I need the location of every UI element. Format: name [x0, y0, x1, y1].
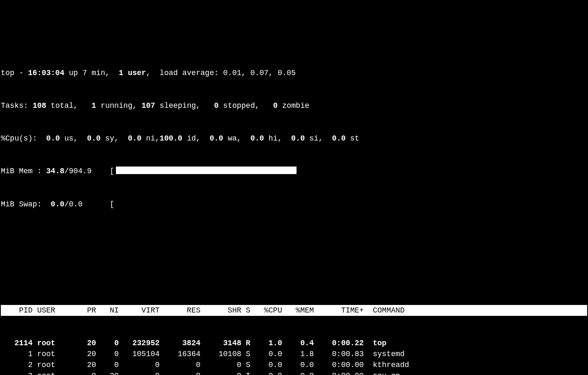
summary-line-tasks: Tasks: 108 total, 1 running, 107 sleepin…: [1, 100, 587, 111]
summary-line-mem: MiB Mem : 34.8/904.9 [: [1, 166, 587, 177]
summary-line-cpu: %Cpu(s): 0.0 us, 0.0 sy, 0.0 ni,100.0 id…: [1, 133, 587, 144]
process-row[interactable]: 3 root 0 -20 0 0 0 I 0.0 0.0 0:00.00 rcu…: [1, 370, 587, 375]
process-row[interactable]: 2114 root 20 0 232952 3824 3148 R 1.0 0.…: [1, 338, 587, 349]
summary-line-swap: MiB Swap: 0.0/0.0 [: [1, 199, 587, 210]
summary-line-uptime: top - 16:03:04 up 7 min, 1 user, load av…: [1, 68, 587, 78]
top-summary: top - 16:03:04 up 7 min, 1 user, load av…: [1, 45, 587, 232]
process-row[interactable]: 1 root 20 0 105104 16364 10108 S 0.0 1.8…: [1, 349, 587, 359]
memory-bar-icon: [116, 167, 297, 174]
terminal-window[interactable]: top - 16:03:04 up 7 min, 1 user, load av…: [0, 0, 588, 375]
process-table-header: PID USER PR NI VIRT RES SHR S %CPU %MEM …: [1, 305, 587, 316]
process-table: PID USER PR NI VIRT RES SHR S %CPU %MEM …: [1, 283, 587, 375]
process-row[interactable]: 2 root 20 0 0 0 0 S 0.0 0.0 0:00.00 kthr…: [1, 359, 587, 370]
